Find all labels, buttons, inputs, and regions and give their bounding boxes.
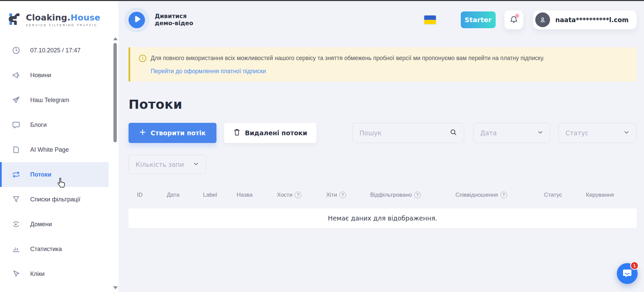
help-icon[interactable]: ?	[414, 192, 421, 198]
sidebar-item-label: Кліки	[30, 271, 45, 278]
help-icon[interactable]: ?	[500, 192, 507, 198]
search-icon[interactable]	[450, 129, 457, 137]
language-flag-ukraine[interactable]	[424, 15, 436, 24]
page-icon	[12, 146, 20, 154]
sidebar-item-clicks[interactable]: Кліки	[0, 261, 109, 286]
cursor-icon	[12, 270, 20, 278]
column-header-manage: Керування	[586, 192, 637, 198]
sidebar-scrollbar[interactable]	[112, 36, 118, 291]
avatar	[535, 12, 550, 27]
logo[interactable]: Cloaking.House SERVICE FILTERING TRAFFIC	[0, 1, 118, 29]
chat-unread-badge: 1	[630, 261, 639, 270]
flag-blue-stripe	[424, 15, 436, 20]
scrollbar-down-arrow-icon[interactable]	[113, 286, 118, 289]
trash-icon	[234, 129, 240, 137]
flag-yellow-stripe	[424, 20, 436, 24]
column-header-date: Дата	[167, 192, 203, 198]
column-header-name: Назва	[237, 192, 277, 198]
scrollbar-thumb[interactable]	[113, 43, 117, 142]
sidebar-item-label: Блоги	[30, 121, 47, 129]
sidebar-item-filter-lists[interactable]: Списки фільтрації	[0, 187, 109, 212]
logo-title: Cloaking.House	[26, 13, 100, 22]
column-header-status: Статус	[544, 192, 586, 198]
funnel-icon	[12, 195, 20, 203]
trial-warning-banner: ! Для повного використання всіх можливос…	[129, 47, 637, 82]
column-header-hosts: Хости?	[277, 192, 326, 198]
play-demo-button[interactable]	[129, 12, 145, 28]
user-email: naata**********l.com	[555, 16, 629, 23]
logo-tagline: SERVICE FILTERING TRAFFIC	[26, 23, 100, 27]
chevron-down-icon	[624, 129, 630, 137]
chat-launcher-button[interactable]: 1	[617, 263, 638, 284]
sidebar-item-blogs[interactable]: Блоги	[0, 112, 109, 137]
search-input[interactable]	[359, 129, 450, 137]
controls-row: Створити потік Видалені потоки Дата	[129, 123, 637, 143]
date-filter-dropdown[interactable]: Дата	[473, 123, 550, 143]
sidebar-item-ai-white-page[interactable]: AI White Page	[0, 137, 109, 162]
sidebar-item-label: Домени	[30, 221, 52, 228]
sidebar-item-label: Наш Telegram	[30, 97, 69, 104]
help-icon[interactable]: ?	[339, 192, 346, 198]
plus-icon	[139, 129, 146, 137]
play-icon	[133, 16, 141, 24]
column-header-filtered: Відфільтровано?	[370, 192, 455, 198]
status-filter-dropdown[interactable]: Статус	[558, 123, 637, 143]
subscription-link[interactable]: Перейти до оформлення платної підписки	[151, 68, 266, 75]
sidebar-item-streams[interactable]: Потоки	[0, 162, 109, 187]
chevron-down-icon	[537, 129, 543, 137]
logo-mark-icon	[9, 12, 21, 28]
chevron-down-icon	[193, 161, 199, 168]
sidebar-nav: 07.10.2025 / 17:47 Новини Наш Telegram Б…	[0, 38, 118, 286]
sidebar-item-statistics[interactable]: Статистика	[0, 237, 109, 261]
sidebar-item-news[interactable]: Новини	[0, 63, 109, 88]
topbar: Дивитися демо-відео Starter	[129, 1, 637, 39]
chat-bubble-icon	[12, 121, 20, 129]
table-empty-state: Немає даних для відображення.	[129, 208, 637, 228]
records-count-dropdown[interactable]: Кількість запи	[129, 155, 206, 174]
demo-video-label[interactable]: Дивитися демо-відео	[155, 13, 193, 27]
search-box[interactable]	[352, 123, 464, 143]
table-header-row: ID Дата Label Назва Хости? Хіти? Відфіль…	[129, 189, 637, 201]
sidebar-item-label: Новини	[30, 72, 51, 79]
help-icon[interactable]: ?	[295, 192, 301, 198]
clock-icon	[12, 46, 20, 54]
bar-chart-icon	[12, 245, 20, 253]
warning-icon: !	[139, 55, 146, 62]
sidebar-item-label: Статистика	[30, 246, 62, 253]
domain-icon	[12, 220, 20, 228]
sidebar-item-label: Списки фільтрації	[30, 196, 81, 203]
notifications-button[interactable]	[504, 10, 523, 29]
deleted-streams-button[interactable]: Видалені потоки	[224, 123, 316, 143]
create-stream-button[interactable]: Створити потік	[129, 123, 216, 143]
plan-badge[interactable]: Starter	[461, 11, 496, 28]
sidebar-item-telegram[interactable]: Наш Telegram	[0, 88, 109, 112]
mouse-cursor-icon	[56, 177, 66, 189]
chat-bubble-smile-icon	[622, 268, 633, 280]
count-row: Кількість запи	[129, 155, 637, 174]
main-content: Дивитися демо-відео Starter	[118, 1, 644, 292]
sidebar-item-label: 07.10.2025 / 17:47	[30, 47, 81, 54]
column-header-label: Label	[203, 192, 237, 198]
page-title: Потоки	[129, 97, 637, 112]
paper-plane-icon	[12, 96, 20, 104]
column-header-id: ID	[137, 192, 167, 198]
sync-icon	[12, 171, 20, 179]
sidebar: Cloaking.House SERVICE FILTERING TRAFFIC…	[0, 1, 118, 292]
sidebar-item-label: Потоки	[30, 171, 51, 178]
column-header-ratio: Співвідношення?	[455, 192, 544, 198]
user-account-chip[interactable]: naata**********l.com	[533, 10, 637, 29]
scrollbar-up-arrow-icon[interactable]	[113, 37, 118, 40]
banner-text: Для повного використання всіх можливосте…	[151, 54, 544, 62]
sidebar-item-label: AI White Page	[30, 146, 69, 153]
sidebar-item-datetime[interactable]: 07.10.2025 / 17:47	[0, 38, 109, 63]
column-header-hits: Хіти?	[326, 192, 370, 198]
megaphone-icon	[12, 71, 20, 79]
notification-dot	[515, 14, 519, 18]
sidebar-item-domains[interactable]: Домени	[0, 212, 109, 237]
